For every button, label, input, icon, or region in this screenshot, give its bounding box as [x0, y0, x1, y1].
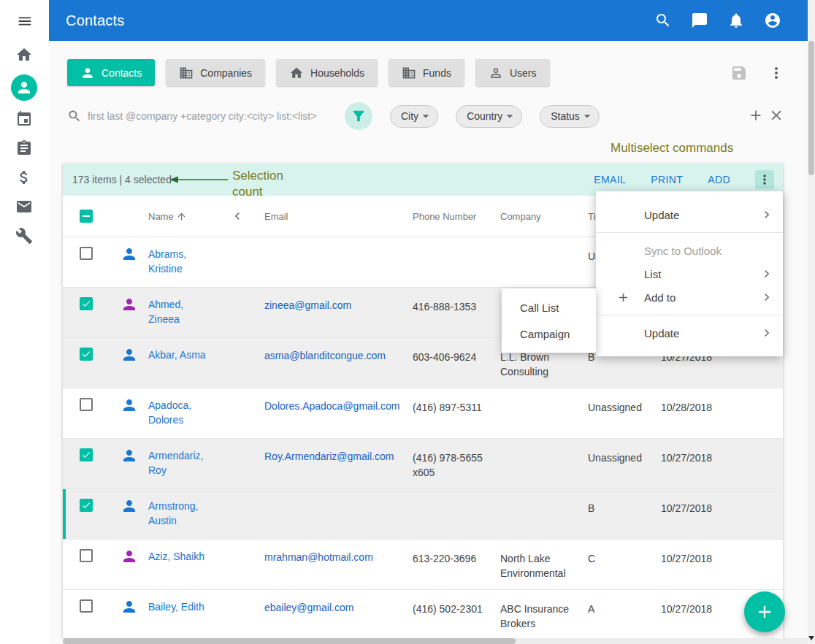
contact-phone	[413, 489, 500, 501]
contact-phone: 613-220-3696	[413, 540, 500, 566]
annotation-selection-count: Selection count	[232, 168, 283, 200]
contact-email-link[interactable]: zineea@gmail.com	[264, 288, 413, 313]
money-icon[interactable]	[15, 169, 33, 186]
add-button[interactable]: ADD	[708, 174, 730, 185]
plus-icon	[748, 107, 764, 123]
horizontal-scrollbar-thumb[interactable]	[63, 638, 516, 644]
contact-company	[500, 237, 588, 249]
print-button[interactable]: PRINT	[651, 174, 683, 185]
menu-icon[interactable]	[17, 13, 34, 31]
person-icon	[117, 338, 148, 364]
clear-search-button[interactable]	[768, 107, 786, 125]
collapse-column-button[interactable]	[230, 209, 264, 223]
table-row[interactable]: Bailey, Edithebailey@gmail.com(416) 502-…	[63, 590, 783, 638]
toolbar-more-options-button[interactable]	[768, 64, 785, 82]
contact-name-link[interactable]: Ahmed, Zineea	[148, 288, 230, 326]
add-filter-button[interactable]	[748, 107, 765, 125]
vertical-scrollbar-thumb[interactable]	[808, 41, 814, 175]
contact-phone: (416) 897-5311	[413, 388, 500, 415]
contact-email-link[interactable]: Dolores.Apadoca@gmail.com	[264, 388, 413, 413]
contact-date: 10/28/2018	[661, 388, 783, 415]
table-row[interactable]: Aziz, Shaikhmrahman@hotmail.com613-220-3…	[63, 540, 783, 590]
contact-name-link[interactable]: Armendariz, Roy	[148, 439, 230, 478]
menu-item-list[interactable]: List	[596, 262, 783, 285]
menu-item-sync-to-outlook[interactable]: Sync to Outlook	[596, 239, 783, 262]
person-icon	[117, 237, 148, 263]
filter-chip-status[interactable]: Status	[540, 105, 600, 128]
contact-email-link[interactable]: Roy.Armendariz@gmail.com	[264, 439, 413, 464]
contact-name-link[interactable]: Armstrong, Austin	[148, 489, 230, 528]
chip-label: City	[401, 110, 418, 122]
contact-date: 10/27/2018	[661, 540, 783, 566]
row-checkbox[interactable]	[63, 288, 117, 310]
column-header-company[interactable]: Company	[500, 211, 588, 222]
account-icon[interactable]	[764, 12, 781, 29]
tools-icon[interactable]	[15, 227, 33, 245]
tasks-icon[interactable]	[15, 139, 33, 157]
menu-item-update-bottom[interactable]: Update	[596, 315, 783, 350]
row-checkbox[interactable]	[63, 439, 117, 461]
menu-item-label: Sync to Outlook	[644, 245, 722, 257]
chip-label: Country	[467, 110, 502, 122]
mail-icon[interactable]	[15, 198, 33, 215]
tab-households[interactable]: Households	[276, 59, 378, 86]
plus-icon	[616, 291, 630, 304]
row-checkbox[interactable]	[63, 590, 117, 613]
column-header-email[interactable]: Email	[264, 211, 413, 222]
row-checkbox[interactable]	[63, 237, 117, 260]
filter-chip-country[interactable]: Country	[456, 105, 522, 128]
contact-email-link[interactable]	[264, 489, 413, 499]
row-checkbox[interactable]	[63, 540, 117, 562]
scroll-down-button[interactable]	[808, 632, 815, 644]
row-checkbox[interactable]	[63, 388, 117, 411]
close-icon	[768, 107, 784, 123]
tab-users[interactable]: Users	[475, 59, 550, 86]
column-header-name[interactable]: Name	[148, 211, 230, 222]
building-icon	[179, 66, 194, 80]
tab-funds[interactable]: Funds	[389, 59, 464, 86]
add-contact-fab[interactable]	[744, 591, 785, 632]
contacts-nav-icon[interactable]	[11, 74, 37, 101]
multiselect-more-button[interactable]	[755, 170, 774, 189]
contact-name-link[interactable]: Apadoca, Dolores	[148, 388, 230, 427]
calendar-icon[interactable]	[15, 110, 33, 128]
contact-name-link[interactable]: Akbar, Asma	[148, 338, 230, 362]
contact-phone	[413, 237, 500, 249]
left-sidebar	[0, 0, 49, 644]
menu-item-label: Add to	[644, 291, 676, 304]
contact-email-link[interactable]	[264, 237, 413, 248]
row-checkbox[interactable]	[63, 489, 117, 512]
table-row[interactable]: Armendariz, RoyRoy.Armendariz@gmail.com(…	[63, 439, 783, 489]
contact-name-link[interactable]: Abrams, Kristine	[148, 237, 230, 276]
filter-chip-city[interactable]: City	[390, 105, 438, 128]
vertical-scrollbar[interactable]	[808, 0, 815, 644]
search-input[interactable]	[88, 110, 345, 122]
filter-button[interactable]	[345, 102, 372, 130]
submenu-item-call-list[interactable]: Call List	[502, 294, 596, 321]
email-button[interactable]: EMAIL	[594, 174, 626, 185]
contact-company: North Lake Environmental	[500, 540, 588, 580]
notifications-icon[interactable]	[727, 12, 745, 29]
menu-item-label: Update	[644, 209, 679, 221]
select-all-checkbox[interactable]	[63, 210, 117, 223]
search-icon[interactable]	[654, 12, 672, 29]
table-row[interactable]: Armstrong, AustinB10/27/2018	[63, 489, 783, 540]
contact-email-link[interactable]: asma@blanditcongue.com	[264, 338, 413, 363]
save-view-button[interactable]	[730, 64, 748, 82]
home-icon[interactable]	[15, 46, 33, 64]
column-header-phone[interactable]: Phone Number	[413, 211, 500, 222]
horizontal-scrollbar[interactable]	[63, 638, 808, 644]
table-row[interactable]: Apadoca, DoloresDolores.Apadoca@gmail.co…	[63, 388, 783, 439]
menu-item-add-to[interactable]: Add to	[596, 285, 783, 309]
person-icon	[117, 590, 148, 616]
chat-icon[interactable]	[691, 12, 708, 29]
contact-email-link[interactable]: mrahman@hotmail.com	[264, 540, 413, 564]
contact-name-link[interactable]: Bailey, Edith	[148, 590, 230, 614]
row-checkbox[interactable]	[63, 338, 117, 361]
menu-item-update-top[interactable]: Update	[596, 197, 783, 232]
tab-contacts[interactable]: Contacts	[67, 59, 155, 86]
tab-companies[interactable]: Companies	[166, 59, 265, 86]
contact-email-link[interactable]: ebailey@gmail.com	[264, 590, 413, 615]
contact-name-link[interactable]: Aziz, Shaikh	[148, 540, 230, 564]
submenu-item-campaign[interactable]: Campaign	[502, 321, 596, 347]
